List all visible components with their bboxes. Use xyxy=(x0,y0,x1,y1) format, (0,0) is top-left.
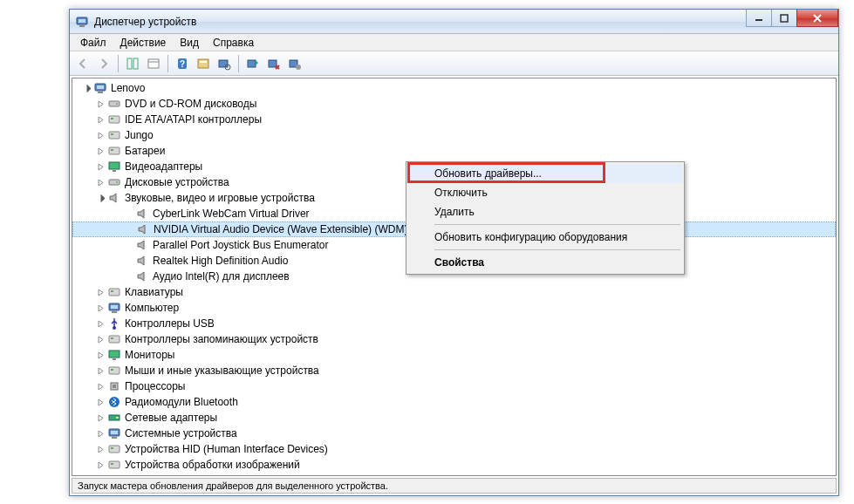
minimize-button[interactable] xyxy=(746,10,772,27)
node-label: CyberLink WebCam Virtual Driver xyxy=(153,208,310,220)
tree-root-node[interactable]: Lenovo xyxy=(72,80,836,96)
svg-rect-13 xyxy=(219,60,228,67)
category-icon xyxy=(107,395,121,409)
node-label: Дисковые устройства xyxy=(125,176,229,188)
tree-category[interactable]: IDE ATA/ATAPI контроллеры xyxy=(72,112,836,127)
svg-text:?: ? xyxy=(180,59,185,69)
refresh-button[interactable] xyxy=(215,54,234,73)
titlebar[interactable]: Диспетчер устройств xyxy=(70,10,838,34)
expander-icon[interactable] xyxy=(93,301,107,315)
tree-category[interactable]: Устройства обработки изображений xyxy=(72,457,836,473)
context-menu: Обновить драйверы...ОтключитьУдалитьОбно… xyxy=(406,161,685,275)
expander-icon[interactable] xyxy=(93,144,107,158)
computer-icon xyxy=(93,81,107,95)
menu-action[interactable]: Действие xyxy=(113,35,174,51)
category-icon xyxy=(107,144,121,158)
category-icon xyxy=(107,317,121,330)
node-label: Звуковые, видео и игровые устройства xyxy=(125,192,315,204)
svg-point-23 xyxy=(116,103,118,105)
forward-button[interactable] xyxy=(94,54,113,73)
expander-icon[interactable] xyxy=(93,285,107,299)
tree-category[interactable]: Устройства HID (Human Interface Devices) xyxy=(72,441,836,457)
menu-view[interactable]: Вид xyxy=(173,35,206,51)
category-icon xyxy=(107,348,121,362)
properties-button[interactable] xyxy=(144,54,163,73)
update-driver-button[interactable] xyxy=(243,54,263,73)
category-icon xyxy=(107,442,121,456)
expander-icon[interactable] xyxy=(93,364,107,378)
svg-point-33 xyxy=(116,181,118,183)
tree-category[interactable]: Сетевые адаптеры xyxy=(72,410,836,426)
tree-category[interactable]: Клавиатуры xyxy=(72,284,836,300)
svg-rect-2 xyxy=(79,25,85,27)
tree-category[interactable]: Компьютер xyxy=(72,300,836,316)
context-menu-item[interactable]: Свойства xyxy=(408,253,682,272)
expander-icon[interactable] xyxy=(93,317,107,330)
help-button[interactable]: ? xyxy=(173,54,192,73)
svg-rect-37 xyxy=(111,305,118,309)
category-icon xyxy=(107,285,121,299)
svg-rect-42 xyxy=(109,351,120,358)
context-menu-item[interactable]: Обновить конфигурацию оборудования xyxy=(408,228,682,247)
svg-rect-32 xyxy=(109,180,120,185)
maximize-button[interactable] xyxy=(771,10,797,27)
expander-icon[interactable] xyxy=(93,332,107,346)
expander-icon[interactable] xyxy=(93,112,107,126)
device-tree[interactable]: LenovoDVD и CD-ROM дисководыIDE ATA/ATAP… xyxy=(72,78,837,476)
tree-category[interactable]: Радиомодули Bluetooth xyxy=(72,394,836,410)
svg-rect-1 xyxy=(79,19,85,23)
tree-category[interactable]: Контроллеры USB xyxy=(72,316,836,331)
tree-category[interactable]: Процессоры xyxy=(72,378,836,394)
sound-icon xyxy=(135,207,149,221)
expander-icon[interactable] xyxy=(93,160,107,174)
expander-icon[interactable] xyxy=(93,442,107,456)
expander-icon[interactable] xyxy=(93,458,107,472)
tree-category[interactable]: DVD и CD-ROM дисководы xyxy=(72,96,836,112)
node-label: Системные устройства xyxy=(125,427,237,439)
window-buttons xyxy=(747,10,838,27)
menu-help[interactable]: Справка xyxy=(206,35,261,51)
expander-icon[interactable] xyxy=(93,379,107,393)
category-icon xyxy=(107,458,121,472)
context-menu-item[interactable]: Обновить драйверы... xyxy=(408,164,682,183)
svg-rect-57 xyxy=(111,463,113,465)
category-icon xyxy=(107,301,121,315)
svg-rect-6 xyxy=(133,58,138,69)
expander-icon[interactable] xyxy=(93,426,107,440)
show-hide-tree-button[interactable] xyxy=(123,54,142,73)
svg-rect-28 xyxy=(109,147,120,154)
back-button[interactable] xyxy=(73,54,92,73)
tree-category[interactable]: Контроллеры запоминающих устройств xyxy=(72,331,836,347)
expander-icon[interactable] xyxy=(93,175,107,189)
app-icon xyxy=(75,15,89,29)
tree-category[interactable]: Мониторы xyxy=(72,347,836,363)
category-icon xyxy=(107,128,121,142)
node-label: IDE ATA/ATAPI контроллеры xyxy=(125,113,262,126)
expander-icon[interactable] xyxy=(93,128,107,142)
node-label: Parallel Port Joystick Bus Enumerator xyxy=(153,239,328,251)
expander-icon[interactable] xyxy=(93,411,107,425)
expander-icon[interactable] xyxy=(93,395,107,409)
context-menu-item[interactable]: Отключить xyxy=(408,183,682,202)
tree-category[interactable]: Системные устройства xyxy=(72,426,836,441)
close-button[interactable] xyxy=(796,10,838,27)
expander-icon[interactable] xyxy=(93,348,107,362)
svg-rect-3 xyxy=(755,19,762,21)
expander-icon[interactable] xyxy=(93,191,107,205)
node-label: Радиомодули Bluetooth xyxy=(125,396,238,408)
expander-icon[interactable] xyxy=(93,97,107,111)
svg-rect-35 xyxy=(111,290,113,292)
svg-rect-52 xyxy=(111,431,118,434)
scan-hardware-button[interactable] xyxy=(194,54,213,73)
node-label: Lenovo xyxy=(111,82,145,94)
tree-category[interactable]: Jungo xyxy=(72,127,836,143)
tree-category[interactable]: Мыши и иные указывающие устройства xyxy=(72,363,836,378)
disable-button[interactable] xyxy=(285,54,304,73)
expander-icon[interactable] xyxy=(79,81,93,95)
uninstall-button[interactable] xyxy=(264,54,284,73)
tree-category[interactable]: Батареи xyxy=(72,143,836,159)
window-title: Диспетчер устройств xyxy=(94,16,196,28)
context-menu-label: Отключить xyxy=(434,187,488,199)
menu-file[interactable]: Файл xyxy=(73,35,113,51)
context-menu-item[interactable]: Удалить xyxy=(408,202,682,221)
